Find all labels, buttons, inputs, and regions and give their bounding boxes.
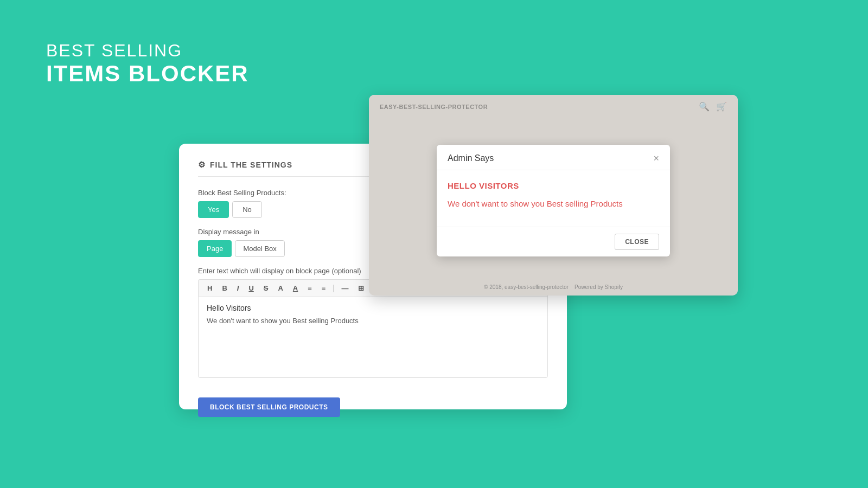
- page-title-area: BEST SELLING ITEMS BLOCKER: [46, 41, 249, 87]
- shopify-store-mockup: EASY-BEST-SELLING-PROTECTOR 🔍 🛒 Admin Sa…: [369, 95, 738, 296]
- modal-message: We don't want to show you Best selling P…: [448, 198, 659, 210]
- yes-button[interactable]: Yes: [198, 201, 229, 218]
- text-editor-content[interactable]: Hello Visitors We don't want to show you…: [198, 297, 548, 378]
- modal-footer: CLOSE: [437, 227, 670, 256]
- toolbar-h[interactable]: H: [205, 283, 214, 293]
- page-title-line1: BEST SELLING: [46, 41, 249, 61]
- settings-header-label: FILL THE SETTINGS: [210, 160, 292, 169]
- toolbar-u[interactable]: U: [246, 283, 256, 293]
- gear-icon: ⚙: [198, 160, 206, 170]
- close-modal-button[interactable]: CLOSE: [615, 234, 659, 250]
- block-products-button[interactable]: BLOCK BEST SELLING PRODUCTS: [198, 397, 340, 417]
- toolbar-ul[interactable]: ≡: [320, 283, 328, 293]
- modal-dialog: Admin Says × HELLO VISITORS We don't wan…: [437, 145, 670, 256]
- modal-close-x-button[interactable]: ×: [653, 153, 659, 163]
- modelbox-button[interactable]: Model Box: [235, 240, 284, 257]
- page-button[interactable]: Page: [198, 240, 232, 257]
- modal-title: Admin Says: [448, 153, 494, 163]
- toolbar-table[interactable]: ⊞: [356, 283, 366, 293]
- toolbar-i[interactable]: I: [235, 283, 241, 293]
- page-title-line2: ITEMS BLOCKER: [46, 61, 249, 87]
- toolbar-ol[interactable]: ≡: [305, 283, 314, 293]
- editor-line2: We don't want to show you Best selling P…: [207, 317, 539, 325]
- no-button[interactable]: No: [232, 201, 262, 218]
- modal-overlay: Admin Says × HELLO VISITORS We don't wan…: [369, 95, 738, 296]
- editor-line1: Hello Visitors: [207, 304, 539, 312]
- modal-header: Admin Says ×: [437, 145, 670, 170]
- toolbar-a1[interactable]: A: [276, 283, 285, 293]
- modal-body: HELLO VISITORS We don't want to show you…: [437, 170, 670, 227]
- modal-greeting: HELLO VISITORS: [448, 181, 659, 190]
- toolbar-hr[interactable]: —: [339, 283, 350, 293]
- toolbar-s[interactable]: S: [261, 283, 271, 293]
- toolbar-b[interactable]: B: [220, 283, 229, 293]
- store-footer-powered: Powered by Shopify: [575, 284, 623, 290]
- store-footer-copyright: © 2018, easy-best-selling-protector: [484, 284, 569, 290]
- toolbar-divider: [333, 285, 334, 292]
- store-footer: © 2018, easy-best-selling-protector Powe…: [369, 284, 738, 290]
- toolbar-a2[interactable]: A: [291, 283, 300, 293]
